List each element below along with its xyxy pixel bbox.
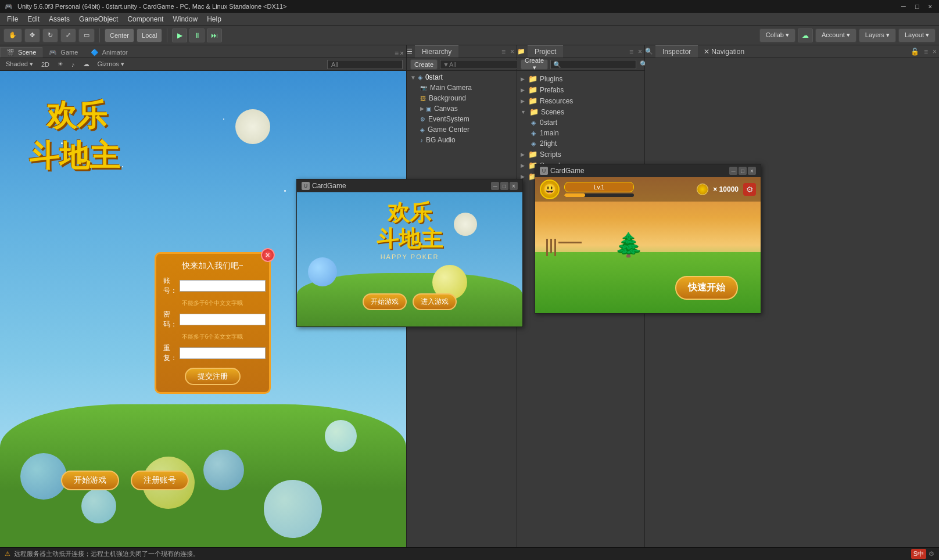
gizmos-btn[interactable]: Gizmos ▾	[95, 60, 127, 69]
lighting-btn[interactable]: ☀	[55, 60, 66, 69]
project-folder-plugins[interactable]: ▶ 📁 Plugins	[519, 73, 642, 84]
collab-btn[interactable]: Collab ▾	[759, 28, 795, 42]
cloud-btn[interactable]: ☁	[798, 28, 813, 42]
hierarchy-item-bgaudio[interactable]: ♪ BG Audio	[408, 135, 515, 145]
account-label: 账号：	[163, 276, 177, 296]
tab-scene[interactable]: 🎬 Scene	[0, 47, 42, 58]
balloon6	[325, 420, 357, 452]
layout-btn[interactable]: Layout ▾	[898, 28, 936, 42]
register-btn[interactable]: 注册账号	[131, 471, 189, 490]
project-folder-scenes[interactable]: ▼ 📁 Scenes	[519, 106, 642, 117]
project-scene-2fight[interactable]: ◈ 2fight	[519, 138, 642, 149]
menu-gameobject[interactable]: GameObject	[74, 14, 123, 24]
rotate-tool[interactable]: ↻	[42, 28, 58, 42]
inspector-tab[interactable]: Inspector	[655, 45, 698, 58]
scene-panel-menu[interactable]: ≡	[395, 49, 399, 58]
dialog-close-btn[interactable]: ×	[261, 248, 275, 262]
status-bar: ⚠ 远程服务器主动抵开连接；远程主机强迫关闭了一个现有的连接。 S中 ⚙	[0, 547, 939, 560]
scale-tool[interactable]: ⤢	[60, 28, 76, 42]
pwd-input[interactable]	[180, 314, 266, 325]
account-input[interactable]	[180, 280, 266, 292]
project-folder-resources[interactable]: ▶ 📁 Resources	[519, 95, 642, 106]
project-close[interactable]: ×	[636, 48, 644, 56]
cardgame3-minimize[interactable]: ─	[729, 167, 737, 175]
start-game-btn[interactable]: 开始游戏	[61, 471, 119, 490]
status-icon-settings[interactable]: ⚙	[929, 550, 934, 558]
hierarchy-item-root[interactable]: ▼ ◈ 0start	[408, 72, 515, 82]
hierarchy-tab[interactable]: Hierarchy	[415, 45, 458, 58]
submit-btn[interactable]: 提交注册	[185, 368, 241, 385]
project-search[interactable]	[550, 60, 636, 69]
project-create-btn[interactable]: Create ▾	[521, 59, 548, 70]
hierarchy-item-eventsystem[interactable]: ⚙ EventSystem	[408, 114, 515, 124]
menu-assets[interactable]: Assets	[44, 14, 74, 24]
hierarchy-item-canvas[interactable]: ▶ ▣ Canvas	[408, 103, 515, 114]
scene2-icon: ◈	[531, 140, 536, 148]
cardgame3-maximize[interactable]: □	[739, 167, 747, 175]
cg2-login-btn[interactable]: 进入游戏	[413, 293, 457, 310]
cardgame3-close[interactable]: ×	[748, 167, 756, 175]
win-close[interactable]: ×	[926, 3, 934, 10]
center-btn[interactable]: Center	[105, 28, 134, 42]
hierarchy-create-btn[interactable]: Create	[410, 59, 438, 70]
cg3-quickstart-btn[interactable]: 快速开始	[675, 276, 738, 300]
move-tool[interactable]: ✥	[24, 28, 40, 42]
menu-file[interactable]: File	[2, 14, 23, 24]
hierarchy-item-gamecenter[interactable]: ◈ Game Center	[408, 124, 515, 135]
cg3-coin-count: × 10000	[713, 185, 739, 193]
account-btn[interactable]: Account ▾	[815, 28, 856, 42]
project-scene-1main[interactable]: ◈ 1main	[519, 128, 642, 138]
pause-btn[interactable]: ⏸	[189, 28, 205, 42]
inspector-lock-icon[interactable]: 🔓	[908, 48, 922, 56]
confirm-input[interactable]	[180, 347, 266, 359]
cg3-settings-icon[interactable]: ⚙	[743, 183, 756, 196]
hierarchy-item-background[interactable]: 🖼 Background	[408, 93, 515, 103]
project-folder-prefabs[interactable]: ▶ 📁 Prefabs	[519, 84, 642, 95]
scene-search[interactable]: All	[327, 60, 403, 69]
sep1	[99, 28, 100, 42]
inspector-close[interactable]: ×	[930, 48, 939, 56]
cardgame2-maximize[interactable]: □	[500, 182, 508, 190]
win-maximize[interactable]: □	[913, 3, 922, 10]
tab-game[interactable]: 🎮 Game	[42, 47, 84, 58]
2d-btn[interactable]: 2D	[39, 60, 52, 69]
navigation-tab[interactable]: ✕ Navigation	[698, 46, 750, 57]
win-minimize[interactable]: ─	[899, 3, 908, 10]
menu-window[interactable]: Window	[168, 14, 202, 24]
menu-edit[interactable]: Edit	[23, 14, 44, 24]
tab-animator[interactable]: 🔷 Animator	[84, 47, 134, 58]
fx-btn[interactable]: ☁	[81, 60, 92, 69]
cardgame2-minimize[interactable]: ─	[491, 182, 499, 190]
scene-panel-close[interactable]: ×	[400, 49, 404, 58]
cg2-start-btn[interactable]: 开始游戏	[363, 293, 407, 310]
menu-help[interactable]: Help	[202, 14, 226, 24]
cardgame2-close[interactable]: ×	[510, 182, 518, 190]
hierarchy-menu[interactable]: ≡	[499, 48, 508, 56]
hand-tool[interactable]: ✋	[3, 28, 22, 42]
status-warning-icon: ⚠	[5, 550, 10, 558]
local-btn[interactable]: Local	[137, 28, 162, 42]
title-text: Unity 5.6.0f3 Personal (64bit) - 0start.…	[17, 3, 286, 10]
project-folder-scripts[interactable]: ▶ 📁 Scripts	[519, 149, 642, 160]
menu-component[interactable]: Component	[123, 14, 168, 24]
hierarchy-close[interactable]: ×	[508, 48, 517, 56]
audio-btn[interactable]: ♪	[69, 60, 77, 69]
game-title-cn: 欢乐	[46, 100, 107, 130]
cardgame2-titlebar: U CardGame ─ □ ×	[297, 180, 522, 192]
inspector-menu[interactable]: ≡	[922, 48, 930, 56]
resources-folder-icon: 📁	[528, 96, 537, 105]
project-tab[interactable]: Project	[528, 45, 563, 58]
cg2-moon	[454, 213, 477, 236]
rect-tool[interactable]: ▭	[78, 28, 95, 42]
project-menu[interactable]: ≡	[627, 48, 636, 56]
play-btn[interactable]: ▶	[172, 28, 187, 42]
sprites-arrow: ▶	[521, 174, 525, 180]
layers-btn[interactable]: Layers ▾	[859, 28, 896, 42]
step-btn[interactable]: ⏭	[207, 28, 222, 42]
hierarchy-search[interactable]	[440, 60, 526, 69]
hierarchy-item-maincamera[interactable]: 📷 Main Camera	[408, 82, 515, 93]
shaded-dropdown[interactable]: Shaded ▾	[3, 60, 35, 69]
prefabs-arrow: ▶	[521, 87, 525, 93]
project-scene-0start[interactable]: ◈ 0start	[519, 117, 642, 128]
scripts-arrow: ▶	[521, 152, 525, 157]
